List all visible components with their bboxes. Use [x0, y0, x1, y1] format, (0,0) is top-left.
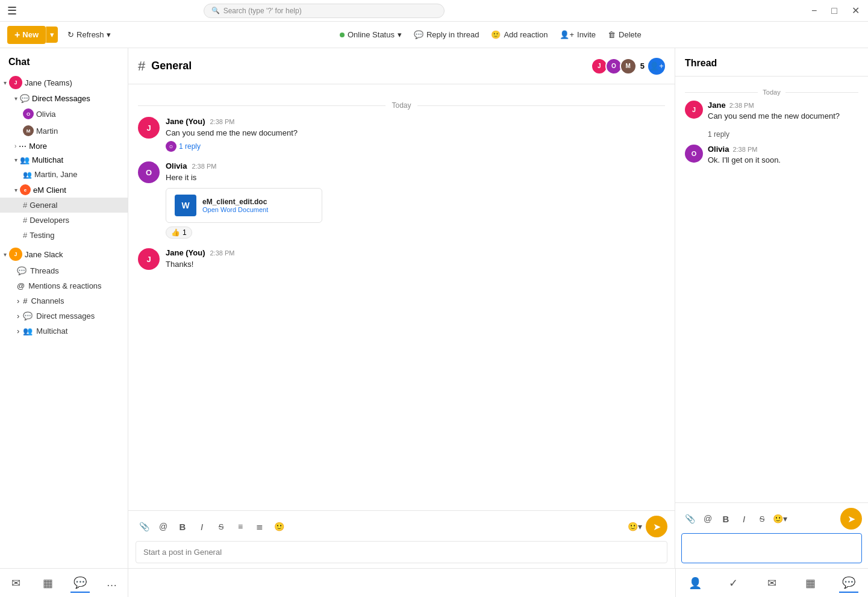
maximize-button[interactable]: □: [828, 4, 841, 17]
thread-msg-text: Ok. I'll get on it soon.: [708, 155, 858, 166]
sidebar-group-jane-teams[interactable]: ▾ J Jane (Teams): [0, 73, 128, 92]
close-button[interactable]: ✕: [848, 4, 863, 17]
numbered-list-button[interactable]: ≣: [251, 518, 268, 535]
thread-avatar: O: [685, 145, 703, 163]
emoji-button[interactable]: 🙂: [270, 518, 287, 535]
bottom-calendar-icon[interactable]: ▦: [39, 574, 58, 593]
reaction-button[interactable]: 👍 1: [166, 227, 192, 239]
hash-icon: #: [23, 216, 27, 225]
chevron-right-icon: ›: [17, 327, 19, 336]
minimize-button[interactable]: −: [808, 4, 820, 17]
more-icon: ⋯: [19, 142, 27, 151]
thread-msg-author: Olivia: [708, 145, 729, 154]
channel-name: General: [151, 60, 585, 72]
bottom-chat-icon[interactable]: 💬: [70, 574, 90, 593]
thread-compose-input[interactable]: [681, 533, 862, 563]
sidebar-item-general[interactable]: # General: [0, 198, 128, 213]
sidebar-group-direct-messages[interactable]: ▾ 💬 Direct Messages: [0, 92, 128, 105]
sidebar-item-testing[interactable]: # Testing: [0, 228, 128, 243]
dm-icon: 💬: [23, 311, 33, 320]
thread-bottom-chat-icon[interactable]: 💬: [839, 574, 858, 593]
thread-msg-author: Jane: [708, 101, 726, 110]
thread-send-button[interactable]: ➤: [840, 508, 862, 530]
thread-bold-button[interactable]: B: [717, 510, 734, 527]
sidebar-item-label: Olivia: [36, 110, 56, 119]
sidebar-item-threads[interactable]: 💬 Threads: [0, 263, 128, 278]
avatar: J: [9, 76, 22, 89]
attach-button[interactable]: 📎: [136, 518, 152, 535]
hash-icon: #: [23, 201, 27, 210]
sidebar-item-multichat-slack[interactable]: › 👥 Multichat: [0, 324, 128, 339]
hash-icon: #: [23, 296, 27, 305]
refresh-label: Refresh: [76, 30, 104, 39]
sidebar-item-label: Multichat: [36, 327, 67, 336]
new-button[interactable]: + New: [7, 26, 46, 44]
thread-italic-button[interactable]: I: [735, 510, 752, 527]
file-attachment[interactable]: W eM_client_edit.doc Open Word Document: [166, 188, 322, 223]
chevron-right-icon: ›: [17, 311, 19, 320]
thread-attach-button[interactable]: 📎: [681, 510, 698, 527]
chevron-down-icon: ▾: [14, 95, 17, 102]
file-action[interactable]: Open Word Document: [202, 206, 268, 213]
reply-in-thread-button[interactable]: 💬 Reply in thread: [414, 30, 479, 39]
mention-button[interactable]: @: [155, 518, 172, 535]
thread-strikethrough-button[interactable]: S: [754, 510, 770, 527]
sidebar-item-mentions-reactions[interactable]: @ Mentions & reactions: [0, 278, 128, 293]
chevron-down-icon: ▾: [14, 157, 17, 163]
thread-mention-button[interactable]: @: [699, 510, 716, 527]
sidebar-group-more[interactable]: › ⋯ More: [0, 139, 128, 153]
sidebar-item-olivia[interactable]: O Olivia: [0, 105, 128, 122]
sidebar-item-martin[interactable]: M Martin: [0, 122, 128, 139]
add-reaction-button[interactable]: 🙂 Add reaction: [491, 30, 548, 39]
message-row: J Jane (You) 2:38 PM Thanks!: [138, 248, 665, 270]
send-button[interactable]: ➤: [646, 516, 667, 537]
sidebar-item-channels[interactable]: › # Channels: [0, 293, 128, 308]
bold-button[interactable]: B: [174, 518, 191, 535]
bottom-sidebar-nav: ✉ ▦ 💬 …: [0, 569, 128, 597]
italic-button[interactable]: I: [193, 518, 210, 535]
strikethrough-button[interactable]: S: [213, 518, 229, 535]
message-time: 2:38 PM: [210, 249, 235, 257]
compose-input[interactable]: [136, 541, 667, 563]
sidebar-item-label: eM Client: [33, 186, 66, 195]
hamburger-icon[interactable]: ☰: [5, 2, 19, 20]
sidebar-section-teams: ▾ J Jane (Teams) ▾ 💬 Direct Messages O O…: [0, 72, 128, 244]
delete-button[interactable]: 🗑 Delete: [608, 30, 642, 39]
new-dropdown-button[interactable]: ▾: [46, 27, 58, 43]
chevron-right-icon: ›: [17, 296, 19, 305]
reply-link[interactable]: O 1 reply: [166, 141, 665, 152]
bullet-list-button[interactable]: ≡: [232, 518, 249, 535]
sidebar-group-jane-slack[interactable]: ▾ J Jane Slack: [0, 245, 128, 263]
message-header: Jane (You) 2:38 PM: [166, 248, 665, 257]
sidebar-group-multichat[interactable]: ▾ 👥 Multichat: [0, 153, 128, 167]
thread-bottom-check-icon[interactable]: ✓: [724, 574, 743, 593]
sidebar-section-slack: ▾ J Jane Slack 💬 Threads @ Mentions & re…: [0, 244, 128, 340]
refresh-button[interactable]: ↻ Refresh ▾: [67, 30, 111, 39]
sidebar-group-em-client[interactable]: ▾ e eM Client: [0, 182, 128, 198]
sidebar-item-martin-jane[interactable]: 👥 Martin, Jane: [0, 167, 128, 182]
bottom-mail-icon[interactable]: ✉: [7, 574, 26, 593]
channel-hash-icon: #: [138, 58, 145, 74]
manage-members-button[interactable]: 👤+: [648, 58, 665, 75]
chevron-down-icon: ▾: [4, 251, 7, 258]
sidebar-item-label: Testing: [30, 231, 54, 240]
online-status-button[interactable]: Online Status ▾: [340, 30, 402, 39]
emoji-reaction-button[interactable]: 🙂▾: [626, 518, 643, 535]
sidebar-item-label: Direct messages: [36, 311, 95, 320]
member-count: 5: [640, 61, 645, 70]
thread-msg-body: Olivia 2:38 PM Ok. I'll get on it soon.: [708, 145, 858, 166]
bottom-thread-nav: 👤 ✓ ✉ ▦ 💬: [675, 569, 868, 597]
sidebar-item-direct-messages-slack[interactable]: › 💬 Direct messages: [0, 308, 128, 324]
thread-bottom-mail-icon[interactable]: ✉: [762, 574, 781, 593]
invite-button[interactable]: 👤+ Invite: [560, 30, 596, 39]
search-bar[interactable]: 🔍 Search (type '?' for help): [204, 4, 445, 18]
sidebar-item-developers[interactable]: # Developers: [0, 213, 128, 228]
thread-bottom-person-icon[interactable]: 👤: [685, 574, 705, 593]
thread-bottom-grid-icon[interactable]: ▦: [801, 574, 820, 593]
thread-emoji-button[interactable]: 🙂▾: [772, 510, 788, 527]
bottom-more-icon[interactable]: …: [102, 574, 122, 593]
thread-panel-title: Thread: [675, 48, 868, 77]
message-author: Olivia: [166, 161, 187, 170]
multichat-icon: 👥: [23, 327, 33, 336]
thread-msg-header: Jane 2:38 PM: [708, 101, 858, 110]
